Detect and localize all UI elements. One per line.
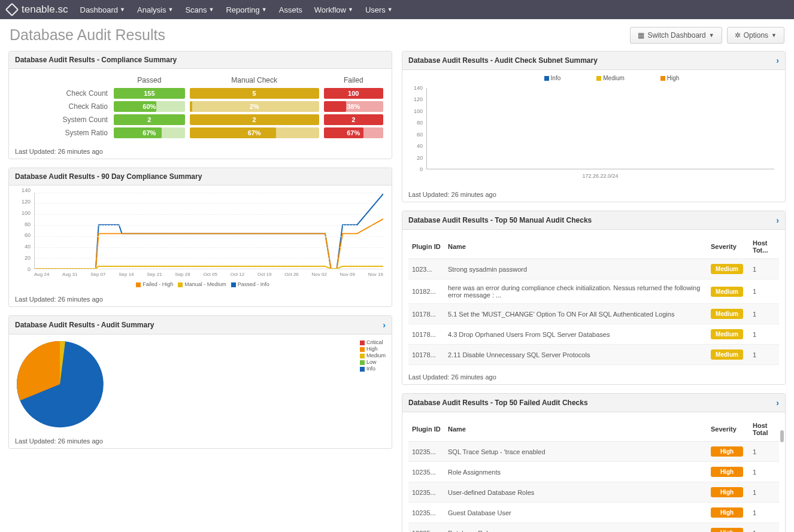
severity-badge: High	[711, 528, 743, 532]
cell-plugin-id: 10235...	[408, 462, 444, 482]
caret-down-icon: ▼	[709, 32, 714, 38]
nav-assets[interactable]: Assets	[279, 5, 302, 14]
cell-name: Role Assignments	[444, 462, 707, 482]
caret-down-icon: ▼	[209, 7, 214, 13]
table-row: Check Ratio60%2%38%	[15, 100, 386, 113]
page-title: Database Audit Results	[10, 26, 165, 44]
cell-host-total: 1	[749, 279, 779, 304]
metric-bar[interactable]: 2	[114, 114, 185, 125]
table-row[interactable]: 10235...SQL Trace Setup - 'trace enabled…	[408, 442, 779, 462]
panel-subnet-summary: Database Audit Results - Audit Check Sub…	[402, 51, 786, 202]
panel-title: Database Audit Results - Top 50 Failed A…	[408, 399, 588, 407]
col-header[interactable]: Plugin ID	[408, 417, 444, 442]
last-updated: Last Updated: 26 minutes ago	[9, 144, 392, 159]
col-header: Passed	[111, 74, 187, 87]
chevron-right-icon[interactable]: ›	[776, 56, 779, 65]
metric-bar[interactable]: 67%	[114, 127, 185, 138]
metric-bar[interactable]: 2	[324, 114, 383, 125]
panel-compliance-summary: Database Audit Results - Compliance Summ…	[8, 51, 392, 159]
options-button[interactable]: ✲ Options ▼	[727, 27, 784, 44]
caret-down-icon: ▼	[348, 7, 353, 13]
legend-swatch	[231, 282, 236, 287]
metric-bar[interactable]: 5	[190, 88, 319, 99]
table-row[interactable]: 10235...Guest Database UserHigh1	[408, 503, 779, 523]
cell-host-total: 1	[749, 523, 779, 533]
metric-bar[interactable]: 2	[190, 114, 319, 125]
table-row[interactable]: 1023...Strong sysadmin passwordMedium1	[408, 259, 779, 279]
x-tick: Oct 19	[257, 272, 272, 280]
cell-plugin-id: 10178...	[408, 345, 444, 365]
nav-users[interactable]: Users ▼	[365, 5, 393, 14]
nav-dashboard[interactable]: Dashboard ▼	[80, 5, 126, 14]
col-header[interactable]: Severity	[707, 417, 749, 442]
col-header[interactable]: Host Total	[749, 417, 779, 442]
col-header: Failed	[322, 74, 386, 87]
chevron-right-icon[interactable]: ›	[776, 215, 779, 225]
x-tick: Aug 24	[34, 272, 49, 280]
cell-plugin-id: 10178...	[408, 324, 444, 345]
table-row[interactable]: 10178...2.11 Disable Unnecessary SQL Ser…	[408, 345, 779, 365]
col-header[interactable]: Name	[444, 417, 707, 442]
caret-down-icon: ▼	[262, 7, 267, 13]
col-header[interactable]: Host Tot...	[749, 235, 779, 259]
col-header[interactable]: Severity	[707, 235, 749, 259]
severity-badge: Medium	[711, 349, 743, 360]
table-row[interactable]: 10235...Database RolesHigh1	[408, 523, 779, 533]
metric-bar[interactable]: 67%	[190, 127, 319, 138]
y-tick: 100	[414, 108, 423, 114]
metric-bar[interactable]: 60%	[114, 101, 185, 112]
table-row[interactable]: 10182...here was an error during complia…	[408, 279, 779, 304]
x-tick: Nov 16	[368, 272, 383, 280]
col-header[interactable]: Plugin ID	[408, 235, 444, 259]
metric-bar[interactable]: 67%	[324, 127, 383, 138]
col-header[interactable]: Name	[444, 235, 707, 259]
x-tick: Sep 21	[147, 272, 162, 280]
gear-icon: ✲	[735, 31, 741, 39]
scrollbar[interactable]	[780, 430, 784, 442]
metric-bar[interactable]: 100	[324, 88, 383, 99]
panel-manual-checks: Database Audit Results - Top 50 Manual A…	[402, 211, 786, 385]
cell-plugin-id: 10182...	[408, 279, 444, 304]
table-row: System Count222	[15, 113, 386, 126]
nav-reporting[interactable]: Reporting ▼	[226, 5, 266, 14]
cell-host-total: 1	[749, 482, 779, 503]
metric-bar[interactable]: 2%	[190, 101, 319, 112]
cell-plugin-id: 10178...	[408, 304, 444, 324]
row-label: System Count	[15, 113, 111, 126]
brand[interactable]: tenable.sc	[7, 4, 68, 16]
y-tick: 140	[414, 85, 423, 91]
metric-bar[interactable]: 155	[114, 88, 185, 99]
x-tick: Nov 09	[340, 272, 355, 280]
table-row[interactable]: 10178...5.1 Set the 'MUST_CHANGE' Option…	[408, 304, 779, 324]
cell-host-total: 1	[749, 503, 779, 523]
panel-title: Database Audit Results - Top 50 Manual A…	[408, 216, 592, 224]
metric-bar[interactable]: 38%	[324, 101, 383, 112]
table-row[interactable]: 10235...User-defined Database RolesHigh1	[408, 482, 779, 503]
y-tick: 100	[22, 210, 31, 216]
chevron-right-icon[interactable]: ›	[383, 320, 386, 330]
legend-swatch	[360, 354, 365, 358]
y-tick: 120	[414, 96, 423, 102]
cell-host-total: 1	[749, 259, 779, 279]
y-tick: 120	[22, 199, 31, 205]
nav-workflow[interactable]: Workflow ▼	[314, 5, 353, 14]
cell-plugin-id: 10235...	[408, 482, 444, 503]
row-label: Check Count	[15, 87, 111, 100]
cell-severity: Medium	[707, 259, 749, 279]
cell-host-total: 1	[749, 442, 779, 462]
cell-name: Guest Database User	[444, 503, 707, 523]
nav-analysis[interactable]: Analysis ▼	[137, 5, 173, 14]
chevron-right-icon[interactable]: ›	[776, 398, 779, 408]
y-tick: 0	[420, 166, 423, 172]
y-tick: 80	[417, 120, 423, 126]
cell-severity: Medium	[707, 324, 749, 345]
cell-name: User-defined Database Roles	[444, 482, 707, 503]
legend-label: Medium	[366, 352, 386, 358]
switch-dashboard-button[interactable]: ▦ Switch Dashboard ▼	[630, 27, 722, 44]
table-row[interactable]: 10178...4.3 Drop Oprhaned Users From SQL…	[408, 324, 779, 345]
panel-audit-summary: Database Audit Results - Audit Summary ›	[8, 315, 392, 449]
nav-scans[interactable]: Scans ▼	[185, 5, 214, 14]
legend-swatch	[360, 367, 365, 372]
table-row[interactable]: 10235...Role AssignmentsHigh1	[408, 462, 779, 482]
y-tick: 40	[25, 244, 31, 250]
